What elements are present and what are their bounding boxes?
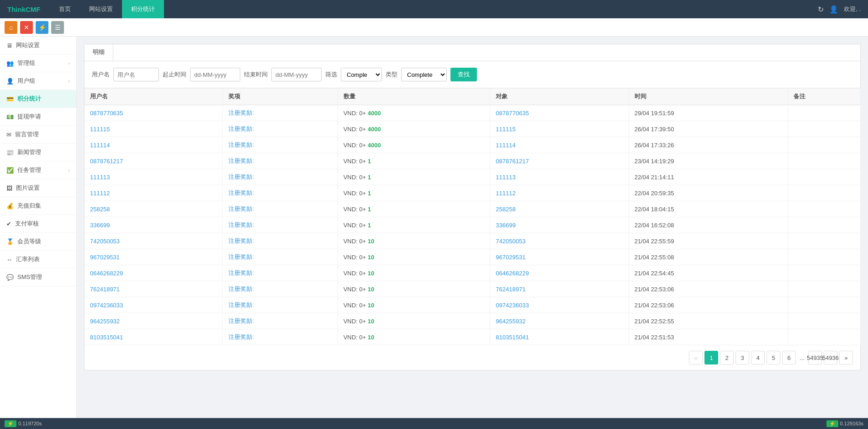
cell-time: 26/04 17:33:26 (629, 137, 788, 153)
sidebar-item-admin-group[interactable]: 👥管理组 › (0, 54, 76, 72)
nav-item-points[interactable]: 积分统计 (122, 0, 164, 18)
prev-page-button[interactable]: « (689, 351, 703, 365)
sidebar-item-points[interactable]: 💳积分统计 (0, 90, 76, 108)
welcome-text: 欢迎, . (844, 5, 861, 13)
cell-object[interactable]: 111112 (490, 185, 629, 201)
page-6-button[interactable]: 6 (782, 351, 796, 365)
filter-select[interactable]: Comple (341, 68, 382, 81)
cell-award[interactable]: 注册奖励: (223, 297, 338, 313)
status-time-left: 0.119720s (18, 421, 42, 426)
cell-award[interactable]: 注册奖励: (223, 201, 338, 217)
nav-item-settings[interactable]: 网站设置 (80, 0, 122, 18)
sidebar-item-withdrawal[interactable]: 💵提现申请 (0, 108, 76, 126)
cell-username[interactable]: 967029531 (85, 249, 223, 265)
cell-award[interactable]: 注册奖励: (223, 233, 338, 249)
sidebar-item-messages[interactable]: ✉留言管理 (0, 126, 76, 144)
cell-username[interactable]: 111112 (85, 185, 223, 201)
page-2-button[interactable]: 2 (720, 351, 734, 365)
table-row: 111115 注册奖励: VND: 0+ 4000 111115 26/04 1… (85, 121, 861, 137)
sidebar-item-news[interactable]: 📰新闻管理 (0, 144, 76, 161)
cell-object[interactable]: 0974236033 (490, 297, 629, 313)
cell-award[interactable]: 注册奖励: (223, 137, 338, 153)
sidebar-item-exchange[interactable]: ↔汇率列表 (0, 251, 76, 268)
cell-username[interactable]: 336699 (85, 217, 223, 233)
sidebar-item-payment[interactable]: ✔支付审核 (0, 215, 76, 233)
chevron-icon-2: › (68, 78, 70, 84)
cell-amount: VND: 0+ 1 (338, 185, 490, 201)
sidebar-item-images[interactable]: 🖼图片设置 (0, 179, 76, 197)
sidebar-item-recharge[interactable]: 💰充值归集 (0, 197, 76, 215)
sidebar-item-sms[interactable]: 💬SMS管理 (0, 268, 76, 286)
cell-award[interactable]: 注册奖励: (223, 169, 338, 185)
cell-object[interactable]: 0878770635 (490, 105, 629, 121)
cell-username[interactable]: 111114 (85, 137, 223, 153)
cell-award[interactable]: 注册奖励: (223, 313, 338, 329)
toolbar-btn-menu[interactable]: ☰ (51, 21, 64, 34)
cell-object[interactable]: 762418971 (490, 281, 629, 297)
sidebar-item-membership[interactable]: 🏅会员等级 (0, 233, 76, 251)
start-time-input[interactable] (190, 68, 240, 81)
nav-items: 首页 网站设置 积分统计 (50, 0, 818, 18)
page-5-button[interactable]: 5 (767, 351, 780, 365)
search-button[interactable]: 查找 (450, 68, 477, 81)
cell-object[interactable]: 111113 (490, 169, 629, 185)
page-54936-button[interactable]: 54936 (824, 351, 837, 365)
cell-award[interactable]: 注册奖励: (223, 329, 338, 345)
sidebar-item-user-group[interactable]: 👤用户组 › (0, 72, 76, 90)
sidebar-item-tasks[interactable]: ✅任务管理 › (0, 161, 76, 179)
cell-username[interactable]: 8103515041 (85, 329, 223, 345)
cell-award[interactable]: 注册奖励: (223, 153, 338, 169)
main-content: 明细 用户名 起止时间 结束时间 筛选 Comple 类型 Complete 查… (77, 37, 868, 429)
cell-username[interactable]: 0974236033 (85, 297, 223, 313)
cell-object[interactable]: 336699 (490, 217, 629, 233)
tab-detail[interactable]: 明细 (85, 44, 113, 61)
col-object: 对象 (490, 88, 629, 105)
cell-username[interactable]: 111115 (85, 121, 223, 137)
toolbar-btn-delete[interactable]: ✕ (20, 21, 33, 34)
toolbar-btn-home[interactable]: ⌂ (5, 21, 17, 34)
cell-object[interactable]: 0646268229 (490, 265, 629, 281)
nav-item-home[interactable]: 首页 (50, 0, 80, 18)
cell-award[interactable]: 注册奖励: (223, 265, 338, 281)
cell-object[interactable]: 111115 (490, 121, 629, 137)
cell-object[interactable]: 0878761217 (490, 153, 629, 169)
end-time-input[interactable] (271, 68, 322, 81)
cell-award[interactable]: 注册奖励: (223, 121, 338, 137)
cell-object[interactable]: 967029531 (490, 249, 629, 265)
toolbar-btn-refresh[interactable]: ⚡ (36, 21, 48, 34)
cell-object[interactable]: 258258 (490, 201, 629, 217)
cell-username[interactable]: 111113 (85, 169, 223, 185)
type-select[interactable]: Complete (401, 68, 447, 81)
membership-icon: 🏅 (6, 238, 14, 245)
cell-award[interactable]: 注册奖励: (223, 249, 338, 265)
cell-username[interactable]: 258258 (85, 201, 223, 217)
cell-award[interactable]: 注册奖励: (223, 217, 338, 233)
cell-time: 21/04 22:53:06 (629, 281, 788, 297)
username-input[interactable] (113, 68, 159, 81)
cell-object[interactable]: 111114 (490, 137, 629, 153)
cell-award[interactable]: 注册奖励: (223, 185, 338, 201)
cell-username[interactable]: 964255932 (85, 313, 223, 329)
table-header-row: 用户名 奖项 数量 对象 时间 备注 (85, 88, 861, 105)
cell-award[interactable]: 注册奖励: (223, 281, 338, 297)
cell-remark (788, 297, 861, 313)
data-table: 用户名 奖项 数量 对象 时间 备注 0878770635 注册奖励: VND:… (84, 88, 861, 345)
cell-username[interactable]: 0646268229 (85, 265, 223, 281)
sidebar-item-website-settings[interactable]: 🖥网站设置 (0, 37, 76, 54)
page-4-button[interactable]: 4 (751, 351, 765, 365)
next-page-button[interactable]: » (839, 351, 853, 365)
table-row: 0878761217 注册奖励: VND: 0+ 1 0878761217 23… (85, 153, 861, 169)
cell-username[interactable]: 0878761217 (85, 153, 223, 169)
cell-username[interactable]: 762418971 (85, 281, 223, 297)
refresh-icon[interactable]: ↻ (818, 5, 824, 14)
cell-username[interactable]: 742050053 (85, 233, 223, 249)
page-54935-button[interactable]: 54935 (808, 351, 822, 365)
cell-username[interactable]: 0878770635 (85, 105, 223, 121)
cell-object[interactable]: 742050053 (490, 233, 629, 249)
cell-remark (788, 169, 861, 185)
cell-object[interactable]: 964255932 (490, 313, 629, 329)
page-1-button[interactable]: 1 (704, 351, 718, 365)
cell-object[interactable]: 8103515041 (490, 329, 629, 345)
cell-award[interactable]: 注册奖励: (223, 105, 338, 121)
page-3-button[interactable]: 3 (736, 351, 749, 365)
